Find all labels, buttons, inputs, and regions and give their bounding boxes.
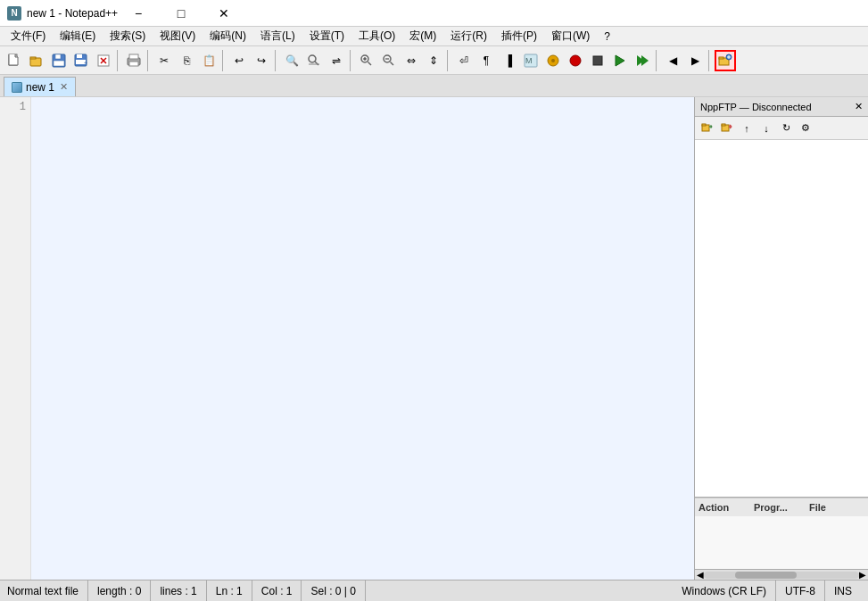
tab-close-button[interactable]: ✕ bbox=[60, 81, 68, 93]
close-button[interactable]: ✕ bbox=[203, 4, 244, 23]
redo-button[interactable]: ↪ bbox=[251, 50, 272, 71]
toolbar-separator-6 bbox=[447, 50, 451, 71]
menu-help[interactable]: ? bbox=[597, 29, 617, 45]
svg-text:+: + bbox=[84, 60, 87, 66]
svg-point-29 bbox=[551, 59, 555, 62]
macro2-button[interactable] bbox=[542, 50, 564, 71]
menu-plugins[interactable]: 插件(P) bbox=[494, 27, 544, 45]
scroll-right-arrow[interactable]: ▶ bbox=[859, 570, 866, 580]
maximize-button[interactable]: □ bbox=[161, 4, 202, 23]
svg-rect-2 bbox=[30, 57, 36, 59]
menu-file[interactable]: 文件(F) bbox=[4, 27, 53, 45]
nppftp-title: NppFTP — Disconnected bbox=[700, 102, 812, 112]
copy-button[interactable]: ⎘ bbox=[176, 50, 197, 71]
toolbar-separator-3 bbox=[222, 50, 226, 71]
svg-rect-7 bbox=[77, 54, 82, 58]
play-record-button[interactable] bbox=[609, 50, 631, 71]
right-panel: NppFTP — Disconnected ✕ ↑ ↓ ↻ ⚙ Action P… bbox=[694, 97, 868, 580]
title-bar: N new 1 - Notepad++ − □ ✕ bbox=[0, 0, 868, 27]
indent-guide-button[interactable]: ▐ bbox=[498, 50, 519, 71]
main-area: 1 NppFTP — Disconnected ✕ ↑ ↓ ↻ ⚙ bbox=[0, 97, 868, 580]
status-line-ending[interactable]: Windows (CR LF) bbox=[673, 580, 776, 601]
run-macro-button[interactable] bbox=[632, 50, 653, 71]
menu-view[interactable]: 视图(V) bbox=[153, 27, 203, 45]
menu-encoding[interactable]: 编码(N) bbox=[203, 27, 253, 45]
zoom-out-button[interactable] bbox=[378, 50, 400, 71]
toolbar: + ✂ ⎘ 📋 ↩ ↪ 🔍 ⇌ ⇔ ⇕ ⏎ ¶ ▐ M bbox=[0, 46, 868, 75]
editor-content[interactable] bbox=[31, 97, 694, 580]
status-ins-ovr[interactable]: INS bbox=[825, 580, 861, 601]
svg-line-24 bbox=[391, 62, 394, 65]
nppftp-close-button[interactable]: ✕ bbox=[855, 101, 863, 112]
svg-rect-15 bbox=[129, 62, 138, 66]
svg-rect-46 bbox=[722, 124, 725, 126]
menu-edit[interactable]: 编辑(E) bbox=[53, 27, 103, 45]
save-all-button[interactable]: + bbox=[70, 50, 92, 71]
menu-window[interactable]: 窗口(W) bbox=[544, 27, 597, 45]
toolbar-separator-8 bbox=[708, 50, 712, 71]
status-file-type: Normal text file bbox=[7, 580, 88, 601]
ftp-disconnect-button[interactable] bbox=[718, 119, 736, 137]
minimize-button[interactable]: − bbox=[118, 4, 159, 23]
nppftp-toolbar: ↑ ↓ ↻ ⚙ bbox=[695, 117, 868, 140]
menu-language[interactable]: 语言(L) bbox=[253, 27, 302, 45]
right-scrollbar[interactable]: ◀ ▶ bbox=[695, 569, 868, 580]
log-header: Action Progr... File bbox=[695, 498, 868, 516]
menu-search[interactable]: 搜索(S) bbox=[103, 27, 153, 45]
tab-file-icon bbox=[12, 82, 22, 93]
replace-button[interactable]: ⇌ bbox=[326, 50, 347, 71]
editor-area: 1 bbox=[0, 97, 694, 580]
find-button[interactable]: 🔍 bbox=[281, 50, 302, 71]
svg-marker-32 bbox=[616, 55, 624, 66]
window-title: new 1 - Notepad++ bbox=[27, 7, 118, 20]
status-sel: Sel : 0 | 0 bbox=[302, 580, 365, 601]
open-button[interactable] bbox=[26, 50, 47, 71]
find-in-files-button[interactable] bbox=[303, 50, 325, 71]
status-ln: Ln : 1 bbox=[207, 580, 252, 601]
nppftp-log: Action Progr... File bbox=[695, 498, 868, 569]
sync-v-button[interactable]: ⇕ bbox=[423, 50, 444, 71]
prev-mark-button[interactable]: ◀ bbox=[662, 50, 683, 71]
svg-line-20 bbox=[368, 62, 372, 65]
menu-settings[interactable]: 设置(T) bbox=[302, 27, 351, 45]
save-button[interactable] bbox=[48, 50, 70, 71]
log-body bbox=[695, 516, 868, 570]
tab-new1[interactable]: new 1 ✕ bbox=[4, 77, 76, 96]
toolbar-separator-2 bbox=[147, 50, 151, 71]
word-wrap-button[interactable]: ⏎ bbox=[453, 50, 475, 71]
scrollbar-thumb[interactable] bbox=[735, 572, 798, 579]
ftp-upload-button[interactable]: ↑ bbox=[738, 119, 756, 137]
record-stop-button[interactable] bbox=[587, 50, 608, 71]
svg-rect-4 bbox=[55, 54, 61, 59]
status-encoding[interactable]: UTF-8 bbox=[776, 580, 825, 601]
new-button[interactable] bbox=[4, 50, 25, 71]
record-start-button[interactable] bbox=[565, 50, 586, 71]
paste-button[interactable]: 📋 bbox=[198, 50, 219, 71]
macro1-button[interactable]: M bbox=[520, 50, 541, 71]
status-length: length : 0 bbox=[88, 580, 151, 601]
svg-marker-34 bbox=[641, 55, 649, 66]
ftp-refresh-button[interactable]: ↻ bbox=[777, 119, 795, 137]
scrollbar-track[interactable] bbox=[704, 572, 859, 579]
nppftp-button[interactable] bbox=[715, 50, 736, 71]
show-all-button[interactable]: ¶ bbox=[475, 50, 497, 71]
scroll-left-arrow[interactable]: ◀ bbox=[697, 570, 704, 580]
ftp-settings-button[interactable]: ⚙ bbox=[797, 119, 814, 137]
ftp-download-button[interactable]: ↓ bbox=[757, 119, 775, 137]
close-tab-button[interactable] bbox=[93, 50, 114, 71]
window-controls: − □ ✕ bbox=[118, 4, 244, 23]
svg-rect-14 bbox=[129, 54, 138, 59]
zoom-in-button[interactable] bbox=[356, 50, 377, 71]
next-mark-button[interactable]: ▶ bbox=[684, 50, 706, 71]
cut-button[interactable]: ✂ bbox=[153, 50, 175, 71]
ftp-connect-button[interactable] bbox=[699, 119, 716, 137]
undo-button[interactable]: ↩ bbox=[228, 50, 250, 71]
tab-bar: new 1 ✕ bbox=[0, 75, 868, 97]
menu-macro[interactable]: 宏(M) bbox=[402, 27, 443, 45]
menu-tools[interactable]: 工具(O) bbox=[351, 27, 402, 45]
menu-run[interactable]: 运行(R) bbox=[443, 27, 494, 45]
print-button[interactable] bbox=[123, 50, 145, 71]
toolbar-separator-5 bbox=[350, 50, 353, 71]
svg-point-30 bbox=[570, 55, 581, 66]
sync-h-button[interactable]: ⇔ bbox=[401, 50, 422, 71]
